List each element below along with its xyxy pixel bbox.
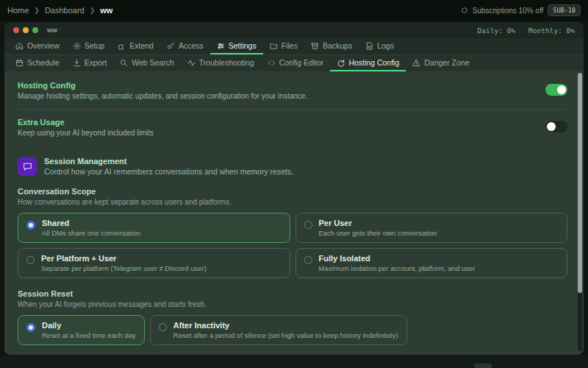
- option-title: Fully Isolated: [319, 254, 476, 263]
- tab-logs[interactable]: Logs: [359, 38, 401, 54]
- chevron-right-icon: ❯: [90, 7, 96, 14]
- session-management-title: Session Management: [44, 157, 293, 166]
- gear-icon: [73, 42, 81, 50]
- option-desc: Reset after a period of silence (set hig…: [173, 331, 398, 339]
- home-icon: [15, 42, 24, 50]
- tab-overview[interactable]: Overview: [9, 38, 66, 54]
- hosting-config-desc: Manage hosting settings, automatic updat…: [18, 92, 307, 100]
- key-icon: [167, 42, 175, 50]
- session-management-section: Session Management Control how your AI r…: [18, 157, 567, 176]
- window-title: ww: [47, 26, 57, 34]
- radio-icon[interactable]: [159, 323, 167, 331]
- option-desc: Maximum isolation per account, platform,…: [319, 264, 476, 272]
- radio-checked-icon[interactable]: [26, 221, 35, 230]
- conversation-scope-title: Conversation Scope: [18, 187, 567, 196]
- toggle-knob: [557, 85, 566, 94]
- tab-setup[interactable]: Setup: [66, 38, 111, 54]
- bottom-bar: [0, 355, 588, 368]
- tab-access[interactable]: Access: [160, 38, 210, 54]
- radio-icon[interactable]: [26, 256, 35, 264]
- tab-label: Schedule: [27, 58, 60, 67]
- option-title: After Inactivity: [173, 321, 398, 330]
- tab-label: Backups: [323, 41, 352, 50]
- file-text-icon: [365, 42, 373, 50]
- minimize-window-icon[interactable]: [23, 27, 29, 33]
- breadcrumb-home[interactable]: Home: [7, 6, 29, 15]
- tab-backups[interactable]: Backups: [304, 38, 359, 54]
- session-reset-desc: When your AI forgets previous messages a…: [18, 300, 567, 308]
- drag-handle[interactable]: [474, 364, 492, 368]
- option-title: Per User: [319, 219, 437, 227]
- scrollbar-thumb[interactable]: [578, 73, 582, 293]
- tab-label: Danger Zone: [424, 58, 469, 67]
- archive-icon: [311, 42, 319, 50]
- tab-danger-zone[interactable]: Danger Zone: [406, 55, 476, 71]
- session-reset-title: Session Reset: [18, 289, 567, 298]
- option-title: Daily: [42, 321, 136, 330]
- radio-icon[interactable]: [304, 221, 312, 229]
- puzzle-icon: [118, 42, 126, 50]
- usage-daily: Daily: 0%: [478, 26, 515, 35]
- tab-label: Settings: [229, 41, 257, 50]
- hosting-config-panel: Hosting Config Manage hosting settings, …: [4, 72, 584, 355]
- sliders-icon: [217, 42, 225, 50]
- refresh-icon: [337, 59, 345, 67]
- activity-icon: [187, 59, 196, 67]
- tab-label: Files: [282, 41, 298, 50]
- tab-label: Overview: [27, 41, 60, 50]
- tab-label: Extend: [129, 41, 154, 50]
- section-divider: [18, 109, 567, 110]
- option-desc: Separate per platform (Telegram user ≠ D…: [41, 264, 207, 272]
- scrollbar[interactable]: [578, 73, 582, 351]
- reset-option-daily[interactable]: Daily Reset at a fixed time each day: [18, 315, 145, 345]
- maximize-window-icon[interactable]: [32, 27, 38, 33]
- tab-label: Export: [85, 58, 107, 67]
- hosting-config-title: Hosting Config: [18, 81, 307, 90]
- reset-option-after-inactivity[interactable]: After Inactivity Reset after a period of…: [150, 315, 407, 345]
- offer-icon: [461, 7, 468, 14]
- subscriptions-promo[interactable]: Subscriptions 10% off SUB-10: [461, 4, 581, 16]
- session-management-desc: Control how your AI remembers conversati…: [44, 167, 293, 176]
- tab-settings[interactable]: Settings: [210, 38, 263, 54]
- scope-option-shared[interactable]: Shared All DMs share one conversation: [18, 213, 290, 243]
- tab-schedule[interactable]: Schedule: [9, 55, 66, 71]
- tab-config-editor[interactable]: Config Editor: [261, 55, 331, 71]
- tab-label: Config Editor: [279, 58, 324, 67]
- extra-usage-desc: Keep using your AI beyond included limit…: [18, 129, 154, 137]
- tab-label: Web Search: [132, 58, 174, 67]
- session-reset-options: Daily Reset at a fixed time each day Aft…: [18, 315, 567, 345]
- option-title: Per Platform + User: [41, 254, 207, 263]
- breadcrumb: Home ❯ Dashboard ❯ ww: [7, 6, 112, 15]
- calendar-icon: [15, 59, 24, 67]
- conversation-scope-options: Shared All DMs share one conversation Pe…: [18, 213, 567, 278]
- tab-web-search[interactable]: Web Search: [113, 55, 181, 71]
- promo-code-badge[interactable]: SUB-10: [548, 4, 581, 16]
- hosting-config-toggle[interactable]: [545, 84, 567, 96]
- conversation-scope-desc: How conversations are kept separate acro…: [18, 198, 567, 206]
- window-controls: [13, 27, 38, 33]
- chat-bubble-icon: [18, 157, 37, 176]
- option-title: Shared: [42, 219, 140, 227]
- tab-label: Logs: [377, 41, 394, 50]
- chevron-right-icon: ❯: [34, 7, 40, 14]
- extra-usage-toggle[interactable]: [545, 121, 567, 132]
- tab-troubleshooting[interactable]: Troubleshooting: [181, 55, 261, 71]
- tab-extend[interactable]: Extend: [111, 38, 160, 54]
- tab-files[interactable]: Files: [263, 38, 304, 54]
- tab-export[interactable]: Export: [66, 55, 113, 71]
- download-icon: [73, 59, 81, 67]
- scope-option-per-platform-user[interactable]: Per Platform + User Separate per platfor…: [18, 248, 290, 278]
- scope-option-fully-isolated[interactable]: Fully Isolated Maximum isolation per acc…: [295, 248, 568, 278]
- window-header: ww Daily: 0% Monthly: 0%: [4, 22, 584, 38]
- option-desc: All DMs share one conversation: [42, 229, 140, 237]
- scope-option-per-user[interactable]: Per User Each user gets their own conver…: [295, 213, 568, 243]
- search-icon: [120, 59, 128, 67]
- tab-label: Troubleshooting: [199, 58, 254, 67]
- settings-sub-tab-bar: Schedule Export Web Search Troubleshooti…: [4, 55, 584, 72]
- radio-icon[interactable]: [304, 256, 312, 264]
- breadcrumb-dashboard[interactable]: Dashboard: [45, 6, 85, 15]
- extra-usage-section: Extra Usage Keep using your AI beyond in…: [18, 118, 567, 137]
- close-window-icon[interactable]: [13, 27, 19, 33]
- tab-hosting-config[interactable]: Hosting Config: [330, 55, 406, 71]
- radio-checked-icon[interactable]: [26, 323, 35, 332]
